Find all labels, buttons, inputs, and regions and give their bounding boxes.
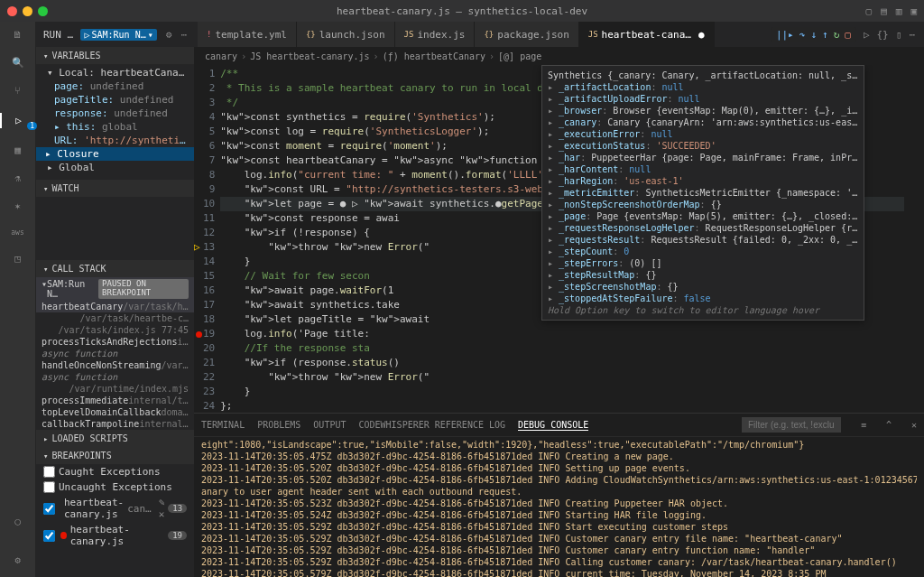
pause-icon[interactable]: ||▸: [776, 29, 794, 41]
tab-terminal[interactable]: TERMINAL: [201, 420, 245, 430]
scope-global[interactable]: ▸ Global: [36, 161, 194, 174]
extensions-icon[interactable]: ▦: [14, 144, 21, 156]
callstack-frame[interactable]: handleOnceNonStreaming/var/runti…: [36, 359, 194, 371]
window-controls[interactable]: [7, 6, 48, 16]
more-icon[interactable]: ⋯: [909, 29, 915, 41]
file-tab[interactable]: JSheartbeat-cana…●: [579, 22, 715, 47]
side-panel: RUN AND DE… ▷ SAM:Run N… ▾ ⚙ ⋯ ▾VARIABLE…: [36, 22, 194, 577]
var-response[interactable]: response: undefined: [36, 107, 194, 120]
bp-file-2[interactable]: heartbeat-canary.js19: [36, 522, 194, 549]
tab-bar: !template.yml{}launch.jsonJSindex.js{}pa…: [194, 22, 924, 47]
minimize-window-icon[interactable]: [23, 6, 32, 16]
beaker-icon[interactable]: ⚗: [14, 172, 21, 184]
more-icon[interactable]: ⋯: [180, 29, 187, 41]
file-tab[interactable]: JSindex.js: [395, 22, 476, 47]
editor-group: !template.yml{}launch.jsonJSindex.js{}pa…: [194, 22, 924, 577]
var-this[interactable]: ▸ this: global: [36, 120, 194, 134]
close-window-icon[interactable]: [7, 6, 17, 16]
account-icon[interactable]: ◯: [14, 516, 21, 527]
titlebar: heartbeat-canary.js — synthetics-local-d…: [0, 0, 924, 22]
scope-closure[interactable]: ▸ Closure: [36, 147, 194, 161]
breakpoints-section[interactable]: ▾BREAKPOINTS: [36, 447, 194, 464]
panel-tabs: TERMINAL PROBLEMS OUTPUT CODEWHISPERER R…: [194, 414, 924, 437]
watch-section[interactable]: ▾WATCH: [36, 180, 194, 197]
breadcrumbs[interactable]: canary› JS heartbeat-canary.js› (ƒ) hear…: [194, 47, 924, 65]
window-title: heartbeat-canary.js — synthetics-local-d…: [337, 5, 587, 17]
file-tab[interactable]: {}launch.json: [297, 22, 395, 47]
aws-icon[interactable]: aws: [11, 228, 23, 237]
docker-icon[interactable]: ◳: [14, 253, 21, 265]
editor-actions: ||▸ ↷ ↓ ↑ ↻ ▢ ▷ {} ▯ ⋯: [762, 22, 924, 47]
callstack-frame[interactable]: callbackTrampolineinternal/async…: [36, 418, 194, 430]
debug-console-output[interactable]: eight":1080,"isLandscape":true,"isMobile…: [194, 437, 924, 577]
clear-icon[interactable]: ≡: [861, 420, 866, 430]
maximize-window-icon[interactable]: [38, 6, 48, 16]
sidebar-icon[interactable]: ▥: [896, 5, 902, 17]
search-icon[interactable]: 🔍: [12, 57, 24, 69]
tab-problems[interactable]: PROBLEMS: [257, 420, 300, 430]
tab-output[interactable]: OUTPUT: [313, 420, 346, 430]
settings-gear-icon[interactable]: ⚙: [14, 554, 21, 566]
panel: TERMINAL PROBLEMS OUTPUT CODEWHISPERER R…: [194, 413, 924, 577]
var-url[interactable]: URL: 'http://synthetics-testers.s3-w…: [36, 134, 194, 147]
loaded-scripts-section[interactable]: ▸LOADED SCRIPTS: [36, 430, 194, 447]
tab-codewhisperer[interactable]: CODEWHISPERER REFERENCE LOG: [358, 420, 505, 430]
scm-icon[interactable]: ⑂: [14, 85, 21, 97]
var-page[interactable]: page: undefined: [36, 79, 194, 93]
run-debug-icon[interactable]: ▷1: [0, 113, 35, 128]
minimap[interactable]: [904, 65, 924, 413]
callstack-frame[interactable]: /var/task/heartbe-c…: [36, 312, 194, 324]
callstack-frame[interactable]: async function: [36, 348, 194, 359]
bp-uncaught[interactable]: Uncaught Exceptions: [36, 479, 194, 495]
debug-config-select[interactable]: ▷ SAM:Run N… ▾: [80, 29, 156, 41]
panel-icon[interactable]: ▤: [881, 5, 887, 17]
split-icon[interactable]: ▯: [896, 29, 902, 41]
chevron-up-icon[interactable]: ^: [886, 420, 892, 430]
callstack-frame[interactable]: /var/runtime/index.mjs: [36, 383, 194, 395]
var-pagetitle[interactable]: pageTitle: undefined: [36, 93, 194, 107]
braces-icon[interactable]: {}: [877, 29, 889, 41]
callstack-frame[interactable]: processTicksAndRejectionsintern…: [36, 336, 194, 348]
activity-bar: 🗎 🔍 ⑂ ▷1 ▦ ⚗ ✶ aws ◳ ◯ ⚙: [0, 22, 36, 577]
callstack-frame[interactable]: /var/task/index.js 77:45: [36, 324, 194, 336]
gear-icon[interactable]: ⚙: [166, 29, 172, 41]
bp-caught[interactable]: Caught Exceptions: [36, 464, 194, 479]
callstack-frame[interactable]: processImmediateinternal/timers: [36, 395, 194, 406]
step-into-icon[interactable]: ↓: [810, 29, 817, 41]
callstack-frame[interactable]: heartbeatCanary/var/task/heartbe…: [36, 301, 194, 312]
explorer-icon[interactable]: 🗎: [13, 29, 23, 41]
run-header: RUN AND DE… ▷ SAM:Run N… ▾ ⚙ ⋯: [36, 22, 194, 47]
titlebar-right: ▢ ▤ ▥ ▣: [866, 5, 918, 17]
close-panel-icon[interactable]: ✕: [911, 420, 917, 430]
filter-input[interactable]: [742, 417, 841, 433]
run-action-icon[interactable]: ▷: [864, 29, 870, 41]
customize-icon[interactable]: ▣: [910, 5, 917, 17]
bp-file-1[interactable]: heartbeat-canary.js can…✎ ✕13: [36, 495, 194, 522]
paused-badge: ▾ SAM:Run N…PAUSED ON BREAKPOINT: [36, 277, 194, 301]
step-over-icon[interactable]: ↷: [799, 29, 806, 41]
callstack-section[interactable]: ▾CALL STACK: [36, 260, 194, 277]
butterfly-icon[interactable]: ✶: [14, 200, 21, 212]
tab-debug-console[interactable]: DEBUG CONSOLE: [518, 420, 588, 431]
callstack-frame[interactable]: topLevelDomainCallbackdomain: [36, 406, 194, 418]
layout-icon[interactable]: ▢: [866, 5, 873, 17]
code-editor[interactable]: 123456789101112▷131415161718192021222324…: [194, 65, 924, 413]
file-tab[interactable]: !template.yml: [198, 22, 297, 47]
callstack-frame[interactable]: async function: [36, 371, 194, 383]
restart-icon[interactable]: ↻: [834, 29, 840, 41]
file-tab[interactable]: {}package.json: [475, 22, 578, 47]
debug-hover-popup[interactable]: Synthetics {_canary: Canary, _artifactLo…: [541, 65, 864, 321]
run-label: RUN AND DE…: [43, 29, 75, 41]
variables-section[interactable]: ▾VARIABLES: [36, 47, 194, 64]
step-out-icon[interactable]: ↑: [822, 29, 828, 41]
debug-toolbar: ||▸ ↷ ↓ ↑ ↻ ▢: [771, 27, 856, 42]
stop-icon[interactable]: ▢: [845, 29, 851, 41]
scope-local[interactable]: ▾ Local: heartbeatCanary: [36, 66, 194, 79]
